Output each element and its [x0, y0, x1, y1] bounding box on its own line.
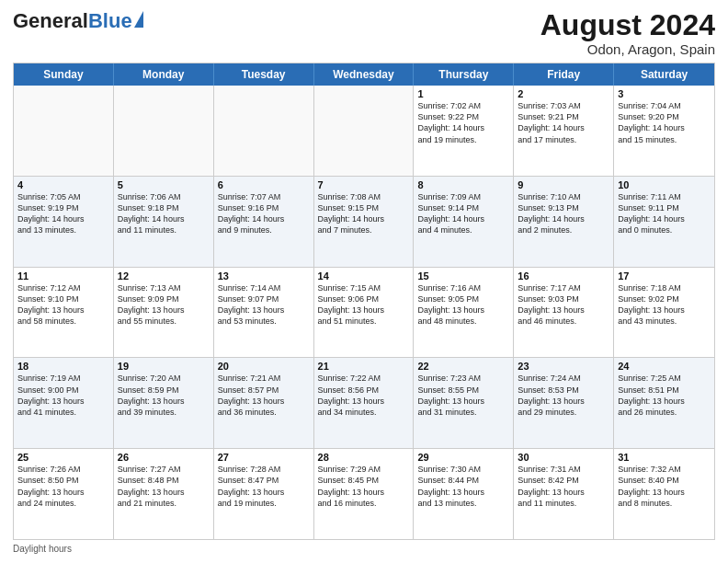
day-number: 6 — [218, 179, 310, 190]
header-day-monday: Monday — [114, 63, 214, 86]
day-number: 11 — [17, 270, 109, 282]
header-day-tuesday: Tuesday — [214, 63, 314, 86]
logo-text: GeneralBlue — [13, 9, 132, 33]
day-info: Sunrise: 7:03 AM Sunset: 9:21 PM Dayligh… — [518, 100, 609, 145]
day-info: Sunrise: 7:13 AM Sunset: 9:09 PM Dayligh… — [118, 282, 210, 327]
day-number: 13 — [218, 270, 310, 282]
day-number: 17 — [618, 270, 711, 282]
day-info: Sunrise: 7:05 AM Sunset: 9:19 PM Dayligh… — [17, 191, 109, 236]
calendar-day-13: 13Sunrise: 7:14 AM Sunset: 9:07 PM Dayli… — [214, 268, 314, 358]
calendar-day-20: 20Sunrise: 7:21 AM Sunset: 8:57 PM Dayli… — [214, 358, 314, 448]
day-number: 31 — [618, 452, 711, 463]
calendar-week-5: 25Sunrise: 7:26 AM Sunset: 8:50 PM Dayli… — [14, 449, 714, 539]
day-number: 28 — [318, 452, 410, 463]
day-info: Sunrise: 7:02 AM Sunset: 9:22 PM Dayligh… — [417, 100, 509, 145]
header: GeneralBlue August 2024 Odon, Aragon, Sp… — [13, 9, 715, 57]
calendar-day-10: 10Sunrise: 7:11 AM Sunset: 9:11 PM Dayli… — [614, 177, 714, 267]
day-info: Sunrise: 7:30 AM Sunset: 8:44 PM Dayligh… — [417, 464, 509, 509]
day-number: 3 — [618, 88, 711, 99]
header-day-thursday: Thursday — [414, 63, 514, 86]
calendar-day-24: 24Sunrise: 7:25 AM Sunset: 8:51 PM Dayli… — [614, 358, 714, 448]
day-number: 7 — [318, 179, 410, 190]
calendar-week-3: 11Sunrise: 7:12 AM Sunset: 9:10 PM Dayli… — [14, 268, 714, 359]
calendar-day-7: 7Sunrise: 7:08 AM Sunset: 9:15 PM Daylig… — [314, 177, 415, 267]
day-number: 29 — [417, 452, 509, 463]
calendar-day-6: 6Sunrise: 7:07 AM Sunset: 9:16 PM Daylig… — [214, 177, 314, 267]
day-number: 14 — [318, 270, 410, 282]
header-day-sunday: Sunday — [14, 63, 114, 86]
location: Odon, Aragon, Spain — [540, 41, 715, 57]
day-info: Sunrise: 7:14 AM Sunset: 9:07 PM Dayligh… — [218, 282, 310, 327]
calendar-day-30: 30Sunrise: 7:31 AM Sunset: 8:42 PM Dayli… — [514, 449, 614, 539]
day-number: 23 — [518, 361, 609, 372]
day-info: Sunrise: 7:32 AM Sunset: 8:40 PM Dayligh… — [618, 464, 711, 509]
day-info: Sunrise: 7:10 AM Sunset: 9:13 PM Dayligh… — [518, 191, 609, 236]
day-info: Sunrise: 7:17 AM Sunset: 9:03 PM Dayligh… — [518, 282, 609, 327]
day-info: Sunrise: 7:25 AM Sunset: 8:51 PM Dayligh… — [618, 373, 711, 418]
header-day-wednesday: Wednesday — [314, 63, 415, 86]
day-number: 9 — [518, 179, 609, 190]
day-info: Sunrise: 7:04 AM Sunset: 9:20 PM Dayligh… — [618, 100, 711, 145]
calendar-day-27: 27Sunrise: 7:28 AM Sunset: 8:47 PM Dayli… — [214, 449, 314, 539]
day-info: Sunrise: 7:08 AM Sunset: 9:15 PM Dayligh… — [318, 191, 410, 236]
day-info: Sunrise: 7:22 AM Sunset: 8:56 PM Dayligh… — [318, 373, 410, 418]
calendar-day-3: 3Sunrise: 7:04 AM Sunset: 9:20 PM Daylig… — [614, 86, 714, 176]
calendar-day-9: 9Sunrise: 7:10 AM Sunset: 9:13 PM Daylig… — [514, 177, 614, 267]
day-number: 15 — [417, 270, 509, 282]
calendar-day-18: 18Sunrise: 7:19 AM Sunset: 9:00 PM Dayli… — [14, 358, 114, 448]
day-number: 26 — [118, 452, 210, 463]
day-number: 18 — [17, 361, 109, 372]
day-number: 22 — [417, 361, 509, 372]
day-number: 25 — [17, 452, 109, 463]
day-info: Sunrise: 7:15 AM Sunset: 9:06 PM Dayligh… — [318, 282, 410, 327]
calendar-day-25: 25Sunrise: 7:26 AM Sunset: 8:50 PM Dayli… — [14, 449, 114, 539]
day-info: Sunrise: 7:12 AM Sunset: 9:10 PM Dayligh… — [17, 282, 109, 327]
calendar-day-8: 8Sunrise: 7:09 AM Sunset: 9:14 PM Daylig… — [414, 177, 514, 267]
day-number: 8 — [417, 179, 509, 190]
day-number: 4 — [17, 179, 109, 190]
calendar-day-2: 2Sunrise: 7:03 AM Sunset: 9:21 PM Daylig… — [514, 86, 614, 176]
day-info: Sunrise: 7:16 AM Sunset: 9:05 PM Dayligh… — [417, 282, 509, 327]
calendar-day-22: 22Sunrise: 7:23 AM Sunset: 8:55 PM Dayli… — [414, 358, 514, 448]
calendar-week-2: 4Sunrise: 7:05 AM Sunset: 9:19 PM Daylig… — [14, 177, 714, 268]
day-number: 24 — [618, 361, 711, 372]
calendar-day-1: 1Sunrise: 7:02 AM Sunset: 9:22 PM Daylig… — [414, 86, 514, 176]
calendar-day-19: 19Sunrise: 7:20 AM Sunset: 8:59 PM Dayli… — [114, 358, 214, 448]
day-info: Sunrise: 7:07 AM Sunset: 9:16 PM Dayligh… — [218, 191, 310, 236]
calendar-day-14: 14Sunrise: 7:15 AM Sunset: 9:06 PM Dayli… — [314, 268, 415, 358]
day-number: 16 — [518, 270, 609, 282]
calendar-day-28: 28Sunrise: 7:29 AM Sunset: 8:45 PM Dayli… — [314, 449, 415, 539]
calendar-week-4: 18Sunrise: 7:19 AM Sunset: 9:00 PM Dayli… — [14, 358, 714, 449]
day-info: Sunrise: 7:27 AM Sunset: 8:48 PM Dayligh… — [118, 464, 210, 509]
calendar-empty-cell — [14, 86, 114, 176]
header-day-saturday: Saturday — [614, 63, 714, 86]
calendar-day-23: 23Sunrise: 7:24 AM Sunset: 8:53 PM Dayli… — [514, 358, 614, 448]
header-day-friday: Friday — [514, 63, 614, 86]
calendar-day-17: 17Sunrise: 7:18 AM Sunset: 9:02 PM Dayli… — [614, 268, 714, 358]
calendar-day-31: 31Sunrise: 7:32 AM Sunset: 8:40 PM Dayli… — [614, 449, 714, 539]
calendar-day-11: 11Sunrise: 7:12 AM Sunset: 9:10 PM Dayli… — [14, 268, 114, 358]
day-number: 10 — [618, 179, 711, 190]
calendar-empty-cell — [314, 86, 415, 176]
calendar-empty-cell — [114, 86, 214, 176]
day-number: 20 — [218, 361, 310, 372]
calendar-header: SundayMondayTuesdayWednesdayThursdayFrid… — [14, 63, 714, 86]
day-info: Sunrise: 7:28 AM Sunset: 8:47 PM Dayligh… — [218, 464, 310, 509]
day-info: Sunrise: 7:31 AM Sunset: 8:42 PM Dayligh… — [518, 464, 609, 509]
page: GeneralBlue August 2024 Odon, Aragon, Sp… — [0, 0, 728, 563]
title-block: August 2024 Odon, Aragon, Spain — [540, 9, 715, 57]
calendar-day-26: 26Sunrise: 7:27 AM Sunset: 8:48 PM Dayli… — [114, 449, 214, 539]
calendar-body: 1Sunrise: 7:02 AM Sunset: 9:22 PM Daylig… — [14, 86, 714, 539]
month-year: August 2024 — [540, 9, 715, 41]
calendar-day-21: 21Sunrise: 7:22 AM Sunset: 8:56 PM Dayli… — [314, 358, 415, 448]
day-info: Sunrise: 7:21 AM Sunset: 8:57 PM Dayligh… — [218, 373, 310, 418]
day-number: 30 — [518, 452, 609, 463]
day-info: Sunrise: 7:06 AM Sunset: 9:18 PM Dayligh… — [118, 191, 210, 236]
logo: GeneralBlue — [13, 9, 143, 33]
day-number: 2 — [518, 88, 609, 99]
day-info: Sunrise: 7:26 AM Sunset: 8:50 PM Dayligh… — [17, 464, 109, 509]
calendar-day-5: 5Sunrise: 7:06 AM Sunset: 9:18 PM Daylig… — [114, 177, 214, 267]
calendar-empty-cell — [214, 86, 314, 176]
calendar-day-16: 16Sunrise: 7:17 AM Sunset: 9:03 PM Dayli… — [514, 268, 614, 358]
calendar-day-15: 15Sunrise: 7:16 AM Sunset: 9:05 PM Dayli… — [414, 268, 514, 358]
